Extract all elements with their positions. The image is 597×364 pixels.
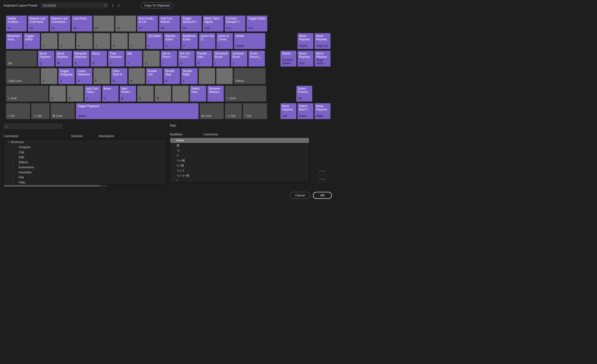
key-o[interactable]: Set Out Point t...O xyxy=(178,51,195,67)
key-page-up[interactable]: Move PlayheaPage Up xyxy=(314,33,330,49)
key-r[interactable]: RazorR xyxy=(91,51,107,67)
key-f1[interactable]: Adobe Audition ...F1 xyxy=(6,15,27,31)
key-k[interactable]: Shuttle StopK xyxy=(164,68,180,84)
key-8[interactable]: CD Editor8 xyxy=(146,33,163,49)
tree-row-favorites[interactable]: ›Favorites xyxy=(4,170,165,175)
key-f5[interactable]: F5 xyxy=(94,15,114,31)
key-d[interactable]: Lasso SelectionD xyxy=(76,68,92,84)
column-command-right[interactable]: Command xyxy=(204,133,333,136)
modifier-row[interactable]: ⌘ xyxy=(170,143,309,148)
key-f2[interactable]: Repeat Last CommandF2 xyxy=(28,15,48,31)
key-f11[interactable]: Convert Sample T...F11 xyxy=(225,15,245,31)
key-caps-lock[interactable]: Caps Lock xyxy=(6,68,40,84)
key-f3[interactable]: Repeat Last Command...F3 xyxy=(50,15,71,31)
tree-row-extensions[interactable]: ›Extensions xyxy=(4,165,165,170)
chevron-right-icon[interactable]: › xyxy=(11,166,15,168)
key-m[interactable]: M xyxy=(155,86,171,102)
modifiers-table[interactable]: None⌘⌥⇧⌥+⌘⇧+⌘⌥+⇧⌥+⇧+⌘^^+⌘ xyxy=(170,137,309,183)
commands-tree[interactable]: ▾Shortcuts›Analysis›Clip›Edit›Effects›Ex… xyxy=(4,139,166,184)
key-4[interactable]: 4 xyxy=(76,33,93,49)
chevron-right-icon[interactable]: › xyxy=(11,171,15,174)
key-q[interactable]: Move PlayheaQ xyxy=(38,51,54,67)
key-b[interactable]: Spot Healin...B xyxy=(120,86,136,102)
key-t[interactable]: Time SelectionT xyxy=(108,51,125,67)
key--opt[interactable]: ⌥ Opt xyxy=(31,103,49,119)
key-x[interactable]: X xyxy=(67,86,83,102)
cancel-button[interactable]: Cancel xyxy=(290,192,310,199)
chevron-right-icon[interactable]: › xyxy=(11,156,15,159)
key-1[interactable]: Toggle Editor1 xyxy=(24,33,40,49)
key-f10[interactable]: Meter Input SignalF10 xyxy=(203,15,224,31)
chevron-down-icon[interactable]: ▾ xyxy=(6,141,11,143)
key--[interactable]: Select Next. xyxy=(190,86,206,102)
modifier-row[interactable]: ⌥+⇧ xyxy=(170,168,309,173)
key-7[interactable]: 7 xyxy=(129,33,145,49)
key-f6[interactable]: F6 xyxy=(115,15,136,31)
key-z[interactable]: Z xyxy=(49,86,66,102)
key-left[interactable]: Move PlayheaLeft xyxy=(281,103,296,119)
horizontal-scrollbar[interactable] xyxy=(4,185,107,187)
key--ctrl[interactable]: ^ Ctrl xyxy=(6,103,30,119)
chevron-right-icon[interactable]: › xyxy=(11,151,15,153)
key-l[interactable]: Shuttle RightL xyxy=(181,68,197,84)
key--[interactable]: Maximize Activ...` xyxy=(6,33,22,49)
key-5[interactable]: 5 xyxy=(94,33,110,49)
key-2[interactable]: 2 xyxy=(41,33,57,49)
modifier-row[interactable]: ⌥+⇧+⌘ xyxy=(170,173,309,178)
key--cmd[interactable]: ⌘ Cmd xyxy=(200,103,224,119)
key--[interactable]: Zoom Reset (...\ xyxy=(249,51,265,67)
key-delete[interactable]: DeleteDelete xyxy=(234,33,265,49)
column-command[interactable]: Command xyxy=(4,134,18,138)
tree-row-analysis[interactable]: ›Analysis xyxy=(4,144,165,150)
key-y[interactable]: SlipY xyxy=(126,51,142,67)
key-s[interactable]: Toggle SnappingS xyxy=(58,68,75,84)
key--cmd[interactable]: ⌘ Cmd xyxy=(51,103,75,119)
key-j[interactable]: Shuttle LeftJ xyxy=(146,68,163,84)
key-i[interactable]: Set In Point t...I xyxy=(161,51,177,67)
copy-to-clipboard-button[interactable]: Copy To Clipboard xyxy=(141,2,173,8)
key-0[interactable]: Multitrack Editor0 xyxy=(181,33,198,49)
key-return[interactable]: Return xyxy=(234,68,266,84)
key--shift[interactable]: ⇧ Shift xyxy=(225,86,266,102)
search-input[interactable]: ⌕ xyxy=(4,123,63,129)
key-end[interactable]: Move PlayheaEnd xyxy=(298,51,314,67)
key-forward-delete[interactable]: DeleteForward Delete xyxy=(281,51,296,67)
key--[interactable]: Zoom In (Time)= xyxy=(217,33,233,49)
key-f12[interactable]: Toggle EditorF12 xyxy=(247,15,267,31)
key-down[interactable]: Select Next T...Down xyxy=(298,103,314,119)
key-6[interactable]: 6 xyxy=(111,33,128,49)
key-v[interactable]: MoveV xyxy=(102,86,118,102)
tree-row-help[interactable]: ›Help xyxy=(4,180,165,184)
key-9[interactable]: Waveform Editor9 xyxy=(164,33,180,49)
key-a[interactable]: A xyxy=(41,68,57,84)
key-f9[interactable]: Toggle Spectral F...F9 xyxy=(181,15,202,31)
key--[interactable]: Zoom Out (T...- xyxy=(199,33,215,49)
key-f7[interactable]: Burn Audio to CDF7 xyxy=(137,15,158,31)
key--[interactable]: ' xyxy=(216,68,233,84)
modifier-row[interactable]: ⌥+⌘ xyxy=(170,158,309,163)
tree-row-shortcuts[interactable]: ▾Shortcuts xyxy=(4,139,165,144)
key-f8[interactable]: Add Cue MarkerF8 xyxy=(159,15,180,31)
key--[interactable]: Increase Brush] xyxy=(231,51,247,67)
modifier-row[interactable]: None xyxy=(170,138,309,143)
tree-row-effects[interactable]: ›Effects xyxy=(4,160,165,165)
key-c[interactable]: Add Cart Timer...C xyxy=(85,86,101,102)
key--[interactable]: Rename Selecte.../ xyxy=(207,86,224,102)
modifier-row[interactable]: ^ xyxy=(170,178,309,183)
tree-row-edit[interactable]: ›Edit xyxy=(4,155,165,160)
column-modifiers[interactable]: Modifiers xyxy=(170,133,204,136)
modifier-row[interactable]: ⌥ xyxy=(170,148,309,153)
key--[interactable]: Decrease Brush[ xyxy=(213,51,230,67)
modifier-row[interactable]: ⇧ xyxy=(170,153,309,158)
key-f4[interactable]: Last PaneF4 xyxy=(72,15,92,31)
key--shift[interactable]: ⇧ Shift xyxy=(6,86,48,102)
key-right[interactable]: Move PlayheaRight xyxy=(314,103,330,119)
key-page-down[interactable]: Move PlayheaPage Down xyxy=(314,51,330,67)
key-tab[interactable]: Tab xyxy=(6,51,37,67)
key--opt[interactable]: ⌥ Opt xyxy=(225,103,242,119)
key-w[interactable]: Move PlayheaW xyxy=(55,51,72,67)
chevron-right-icon[interactable]: › xyxy=(11,176,15,179)
key--[interactable]: , xyxy=(172,86,189,102)
key-h[interactable]: H xyxy=(129,68,145,84)
chevron-right-icon[interactable]: › xyxy=(11,181,15,184)
